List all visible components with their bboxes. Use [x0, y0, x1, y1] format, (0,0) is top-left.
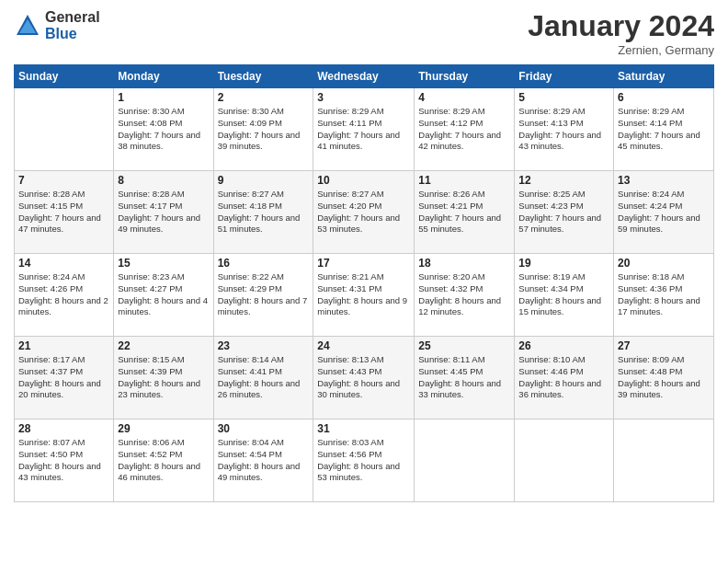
month-title: January 2024 [528, 9, 714, 43]
logo-general: General [45, 9, 100, 26]
day-info: Sunrise: 8:24 AMSunset: 4:24 PMDaylight:… [618, 189, 710, 236]
day-number: 9 [218, 174, 310, 187]
day-info: Sunrise: 8:19 AMSunset: 4:34 PMDaylight:… [518, 271, 609, 318]
day-info: Sunrise: 8:04 AMSunset: 4:54 PMDaylight:… [218, 437, 310, 484]
day-info: Sunrise: 8:06 AMSunset: 4:52 PMDaylight:… [118, 437, 209, 484]
day-info: Sunrise: 8:29 AMSunset: 4:11 PMDaylight:… [317, 106, 410, 153]
calendar-header-row: Sunday Monday Tuesday Wednesday Thursday… [15, 65, 714, 88]
calendar-cell [15, 88, 114, 171]
calendar-cell: 17Sunrise: 8:21 AMSunset: 4:31 PMDayligh… [313, 254, 415, 337]
logo-icon [14, 12, 41, 40]
header: General Blue January 2024 Zernien, Germa… [14, 9, 714, 57]
calendar-cell: 3Sunrise: 8:29 AMSunset: 4:11 PMDaylight… [313, 88, 415, 171]
calendar-week-row: 7Sunrise: 8:28 AMSunset: 4:15 PMDaylight… [15, 171, 714, 254]
day-info: Sunrise: 8:28 AMSunset: 4:17 PMDaylight:… [118, 189, 209, 236]
calendar-cell: 25Sunrise: 8:11 AMSunset: 4:45 PMDayligh… [415, 337, 515, 419]
calendar-cell: 9Sunrise: 8:27 AMSunset: 4:18 PMDaylight… [213, 171, 313, 254]
header-friday: Friday [515, 65, 614, 88]
calendar-cell: 13Sunrise: 8:24 AMSunset: 4:24 PMDayligh… [614, 171, 714, 254]
calendar-cell: 1Sunrise: 8:30 AMSunset: 4:08 PMDaylight… [114, 88, 213, 171]
calendar-cell: 14Sunrise: 8:24 AMSunset: 4:26 PMDayligh… [15, 254, 114, 337]
calendar-cell: 11Sunrise: 8:26 AMSunset: 4:21 PMDayligh… [415, 171, 515, 254]
day-number: 21 [18, 339, 109, 352]
day-info: Sunrise: 8:11 AMSunset: 4:45 PMDaylight:… [418, 354, 510, 401]
day-info: Sunrise: 8:18 AMSunset: 4:36 PMDaylight:… [618, 271, 710, 318]
header-thursday: Thursday [415, 65, 515, 88]
day-number: 26 [518, 339, 609, 352]
calendar-cell: 5Sunrise: 8:29 AMSunset: 4:13 PMDaylight… [515, 88, 614, 171]
day-number: 19 [518, 257, 609, 270]
calendar-week-row: 28Sunrise: 8:07 AMSunset: 4:50 PMDayligh… [15, 419, 714, 502]
day-info: Sunrise: 8:10 AMSunset: 4:46 PMDaylight:… [518, 354, 609, 401]
day-info: Sunrise: 8:20 AMSunset: 4:32 PMDaylight:… [418, 271, 510, 318]
day-info: Sunrise: 8:26 AMSunset: 4:21 PMDaylight:… [418, 189, 510, 236]
day-number: 4 [418, 91, 510, 104]
day-info: Sunrise: 8:09 AMSunset: 4:48 PMDaylight:… [618, 354, 710, 401]
day-info: Sunrise: 8:24 AMSunset: 4:26 PMDaylight:… [18, 271, 109, 318]
day-number: 31 [317, 422, 410, 435]
header-wednesday: Wednesday [313, 65, 415, 88]
calendar-cell: 27Sunrise: 8:09 AMSunset: 4:48 PMDayligh… [614, 337, 714, 419]
calendar-cell: 28Sunrise: 8:07 AMSunset: 4:50 PMDayligh… [15, 419, 114, 502]
calendar-cell [614, 419, 714, 502]
day-info: Sunrise: 8:29 AMSunset: 4:12 PMDaylight:… [418, 106, 510, 153]
logo-text: General Blue [45, 9, 100, 41]
day-number: 11 [418, 174, 510, 187]
calendar-week-row: 14Sunrise: 8:24 AMSunset: 4:26 PMDayligh… [15, 254, 714, 337]
day-number: 14 [18, 257, 109, 270]
calendar-cell: 4Sunrise: 8:29 AMSunset: 4:12 PMDaylight… [415, 88, 515, 171]
header-tuesday: Tuesday [213, 65, 313, 88]
calendar-week-row: 21Sunrise: 8:17 AMSunset: 4:37 PMDayligh… [15, 337, 714, 419]
calendar-cell: 20Sunrise: 8:18 AMSunset: 4:36 PMDayligh… [614, 254, 714, 337]
day-number: 24 [317, 339, 410, 352]
calendar-week-row: 1Sunrise: 8:30 AMSunset: 4:08 PMDaylight… [15, 88, 714, 171]
logo: General Blue [14, 9, 100, 41]
calendar-cell: 23Sunrise: 8:14 AMSunset: 4:41 PMDayligh… [213, 337, 313, 419]
calendar-cell: 10Sunrise: 8:27 AMSunset: 4:20 PMDayligh… [313, 171, 415, 254]
day-info: Sunrise: 8:17 AMSunset: 4:37 PMDaylight:… [18, 354, 109, 401]
day-number: 7 [18, 174, 109, 187]
day-number: 5 [518, 91, 609, 104]
calendar-cell: 2Sunrise: 8:30 AMSunset: 4:09 PMDaylight… [213, 88, 313, 171]
day-info: Sunrise: 8:03 AMSunset: 4:56 PMDaylight:… [317, 437, 410, 484]
calendar-cell: 19Sunrise: 8:19 AMSunset: 4:34 PMDayligh… [515, 254, 614, 337]
calendar-cell: 6Sunrise: 8:29 AMSunset: 4:14 PMDaylight… [614, 88, 714, 171]
calendar-table: Sunday Monday Tuesday Wednesday Thursday… [14, 64, 714, 502]
day-number: 27 [618, 339, 710, 352]
day-info: Sunrise: 8:13 AMSunset: 4:43 PMDaylight:… [317, 354, 410, 401]
day-number: 25 [418, 339, 510, 352]
day-info: Sunrise: 8:07 AMSunset: 4:50 PMDaylight:… [18, 437, 109, 484]
day-number: 6 [618, 91, 710, 104]
day-info: Sunrise: 8:21 AMSunset: 4:31 PMDaylight:… [317, 271, 410, 318]
calendar-cell: 26Sunrise: 8:10 AMSunset: 4:46 PMDayligh… [515, 337, 614, 419]
calendar-cell: 8Sunrise: 8:28 AMSunset: 4:17 PMDaylight… [114, 171, 213, 254]
day-number: 22 [118, 339, 209, 352]
calendar-cell [515, 419, 614, 502]
day-info: Sunrise: 8:27 AMSunset: 4:20 PMDaylight:… [317, 189, 410, 236]
day-number: 20 [618, 257, 710, 270]
day-number: 18 [418, 257, 510, 270]
day-info: Sunrise: 8:22 AMSunset: 4:29 PMDaylight:… [218, 271, 310, 318]
logo-blue: Blue [45, 26, 100, 42]
day-info: Sunrise: 8:27 AMSunset: 4:18 PMDaylight:… [218, 189, 310, 236]
location-subtitle: Zernien, Germany [528, 43, 714, 57]
day-info: Sunrise: 8:23 AMSunset: 4:27 PMDaylight:… [118, 271, 209, 318]
day-info: Sunrise: 8:14 AMSunset: 4:41 PMDaylight:… [218, 354, 310, 401]
day-number: 16 [218, 257, 310, 270]
day-info: Sunrise: 8:30 AMSunset: 4:08 PMDaylight:… [118, 106, 209, 153]
day-number: 2 [218, 91, 310, 104]
day-number: 1 [118, 91, 209, 104]
day-number: 10 [317, 174, 410, 187]
calendar-cell: 29Sunrise: 8:06 AMSunset: 4:52 PMDayligh… [114, 419, 213, 502]
calendar-cell [415, 419, 515, 502]
day-number: 30 [218, 422, 310, 435]
calendar-cell: 15Sunrise: 8:23 AMSunset: 4:27 PMDayligh… [114, 254, 213, 337]
header-monday: Monday [114, 65, 213, 88]
day-number: 8 [118, 174, 209, 187]
calendar-cell: 21Sunrise: 8:17 AMSunset: 4:37 PMDayligh… [15, 337, 114, 419]
header-saturday: Saturday [614, 65, 714, 88]
calendar-cell: 30Sunrise: 8:04 AMSunset: 4:54 PMDayligh… [213, 419, 313, 502]
day-info: Sunrise: 8:28 AMSunset: 4:15 PMDaylight:… [18, 189, 109, 236]
calendar-cell: 12Sunrise: 8:25 AMSunset: 4:23 PMDayligh… [515, 171, 614, 254]
calendar-cell: 16Sunrise: 8:22 AMSunset: 4:29 PMDayligh… [213, 254, 313, 337]
